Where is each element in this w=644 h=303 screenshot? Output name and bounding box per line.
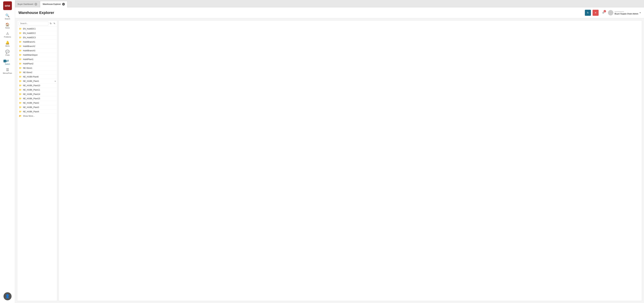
item-label: NE_HUB6-Plant6 bbox=[23, 76, 38, 78]
warning-icon: ⚠ bbox=[6, 32, 9, 36]
sidebar-user-avatar[interactable]: 👤 bbox=[4, 292, 12, 300]
item-label: NE_HUB6_Plant4 bbox=[23, 111, 39, 113]
folder-icon: 📁 bbox=[19, 36, 22, 39]
search-input[interactable] bbox=[18, 22, 48, 26]
list-item[interactable]: 📁 EN_Hub6DC2 bbox=[17, 31, 57, 35]
sidebar-item-problems[interactable]: ⚠ Problems bbox=[0, 30, 15, 39]
tab-label: Buyer Dashboard bbox=[18, 3, 33, 5]
sidebar-item-label: Problems bbox=[4, 36, 11, 38]
refresh-button[interactable]: ↻ bbox=[585, 10, 591, 16]
sidebar-item-home[interactable]: 🏠 Home bbox=[0, 21, 15, 30]
item-label: NE_HUB6_Plant3 bbox=[23, 106, 39, 109]
menu-button[interactable]: ≡ ★ bbox=[600, 10, 606, 16]
notification-badge: ★ bbox=[604, 10, 606, 13]
dropdown-arrow-icon[interactable]: ▾ bbox=[640, 12, 641, 14]
folder-icon: 📁 bbox=[19, 84, 22, 87]
sidebar-item-label: Switch bbox=[5, 63, 10, 65]
user-avatar bbox=[608, 10, 613, 16]
folder-icon: 📁 bbox=[19, 97, 22, 100]
home-icon: 🏠 bbox=[5, 23, 10, 27]
list-item[interactable]: 📁 NE-Store2 bbox=[17, 70, 57, 75]
menu-icon: ☰ bbox=[6, 68, 9, 72]
switch-icon: ⇄ bbox=[6, 59, 9, 63]
list-item[interactable]: 📁 EN_Hub6DC3 bbox=[17, 35, 57, 40]
sidebar-item-label: Chats bbox=[5, 54, 10, 56]
list-item[interactable]: 📁 NE_HUB6_Plant2 bbox=[17, 101, 57, 105]
item-label: NE-Store2 bbox=[23, 71, 32, 74]
sidebar-item-menus[interactable]: ☰ Menus/Favs bbox=[0, 66, 15, 76]
explorer-search-bar: ↻ ✎ bbox=[17, 21, 57, 27]
item-label: NE_HUB6_Plant15 bbox=[23, 97, 40, 100]
list-item[interactable]: 📁 NE_HUB6_Plant11 bbox=[17, 88, 57, 92]
show-more-button[interactable]: 📂 Show More... bbox=[17, 114, 57, 118]
tab-close-warehouse-explorer[interactable]: ✕ bbox=[62, 3, 65, 6]
close-button[interactable]: ✕ bbox=[592, 10, 598, 16]
item-label: Hub6Plant2 bbox=[23, 63, 34, 65]
sidebar-item-label: Search bbox=[5, 18, 10, 20]
item-label: Hub6Branch1 bbox=[23, 41, 35, 43]
show-more-label: Show More... bbox=[23, 115, 35, 117]
folder-icon: 📁 bbox=[19, 71, 22, 74]
item-label: NE-Store1 bbox=[23, 67, 32, 69]
list-item[interactable]: 📁 Hub6Branch1 bbox=[17, 40, 57, 44]
list-item[interactable]: 📁 NE_HUB6_Plant10 bbox=[17, 83, 57, 88]
explorer-list: 📁 EN_Hub6DC1 📁 EN_Hub6DC2 📁 EN_Hub6DC3 📁… bbox=[17, 27, 57, 301]
folder-icon: 📁 bbox=[19, 62, 22, 65]
list-item[interactable]: 📁 NE_HUB6_Plant14 bbox=[17, 92, 57, 96]
folder-icon: 📁 bbox=[19, 93, 22, 95]
user-role: Buyer Supply Chain Admin bbox=[615, 13, 638, 15]
list-item[interactable]: 📁 Hub6Branch3 bbox=[17, 49, 57, 53]
tab-buyer-dashboard[interactable]: Buyer Dashboard ✕ bbox=[15, 1, 40, 7]
list-item[interactable]: 📁 NE-Store1 bbox=[17, 66, 57, 70]
list-item[interactable]: 📁 NE_HUB6_Plant4 bbox=[17, 110, 57, 114]
user-email: •••••••••••••••• bbox=[615, 11, 638, 13]
list-item[interactable]: 📁 NE_HUB6_Plant15 bbox=[17, 96, 57, 101]
item-label: Hub6Plant1 bbox=[23, 58, 34, 61]
tab-close-buyer-dashboard[interactable]: ✕ bbox=[34, 3, 37, 6]
folder-icon: 📁 bbox=[19, 89, 22, 91]
list-item[interactable]: 📁 Hub6Branch2 bbox=[17, 44, 57, 49]
item-label: NE_HUB6_Plant11 bbox=[23, 89, 40, 91]
folder-icon: 📁 bbox=[19, 80, 22, 82]
list-item[interactable]: 📁 Hub6Plant1 bbox=[17, 57, 57, 62]
page-title: Warehouse Explorer bbox=[18, 11, 54, 15]
folder-icon: 📁 bbox=[19, 67, 22, 69]
user-section[interactable]: •••••••••••••••• Buyer Supply Chain Admi… bbox=[608, 10, 641, 16]
sidebar-item-label: Home bbox=[5, 27, 10, 29]
sidebar-item-search[interactable]: 🔍 Search bbox=[0, 12, 15, 21]
list-item[interactable]: 📁 Hub6Plant2 bbox=[17, 62, 57, 66]
edit-tree-button[interactable]: ✎ bbox=[53, 22, 56, 25]
folder-icon: 📁 bbox=[19, 32, 22, 34]
refresh-tree-button[interactable]: ↻ bbox=[50, 22, 52, 25]
item-label: Hub6Branch2 bbox=[23, 45, 35, 48]
chat-icon: 💬 bbox=[5, 50, 10, 54]
tab-warehouse-explorer[interactable]: Warehouse Explorer ✕ bbox=[40, 1, 67, 7]
folder-icon: 📁 bbox=[19, 110, 22, 113]
list-item[interactable]: 📁 NE_HUB6_Plant1 ▶ bbox=[17, 79, 57, 83]
app-logo[interactable]: one bbox=[3, 1, 12, 10]
folder-icon: 📁 bbox=[19, 49, 22, 52]
folder-icon: 📁 bbox=[19, 106, 22, 109]
folder-icon: 📁 bbox=[19, 76, 22, 78]
item-label: Hub6MainDepot bbox=[23, 54, 38, 56]
folder-icon: 📁 bbox=[19, 58, 22, 61]
item-label: EN_Hub6DC3 bbox=[23, 36, 36, 39]
folder-icon: 📁 bbox=[19, 41, 22, 43]
list-item[interactable]: 📁 Hub6MainDepot bbox=[17, 53, 57, 57]
item-label: NE_HUB6_Plant1 bbox=[23, 80, 39, 82]
content-body: ↻ ✎ 📁 EN_Hub6DC1 📁 EN_Hub6DC2 📁 EN_Hub6D… bbox=[15, 18, 644, 303]
sidebar-item-chats[interactable]: 💬 Chats bbox=[0, 48, 15, 57]
sidebar-item-switch[interactable]: ⇄ Switch bbox=[0, 57, 15, 66]
item-label: NE_HUB6_Plant10 bbox=[23, 84, 40, 87]
list-item[interactable]: 📁 EN_Hub6DC1 bbox=[17, 27, 57, 31]
tab-bar: Buyer Dashboard ✕ Warehouse Explorer ✕ bbox=[15, 0, 644, 7]
bell-icon: 🔔 bbox=[5, 41, 10, 45]
list-item[interactable]: 📁 NE_HUB6-Plant6 bbox=[17, 75, 57, 79]
item-label: Hub6Branch3 bbox=[23, 50, 35, 52]
folder-icon: 📁 bbox=[19, 45, 22, 48]
show-more-icon: 📂 bbox=[19, 115, 22, 117]
list-item[interactable]: 📁 NE_HUB6_Plant3 bbox=[17, 105, 57, 110]
main-content-area bbox=[59, 20, 642, 301]
folder-icon: 📁 bbox=[19, 102, 22, 104]
sidebar-item-alerts[interactable]: 🔔 Alerts bbox=[0, 39, 15, 48]
